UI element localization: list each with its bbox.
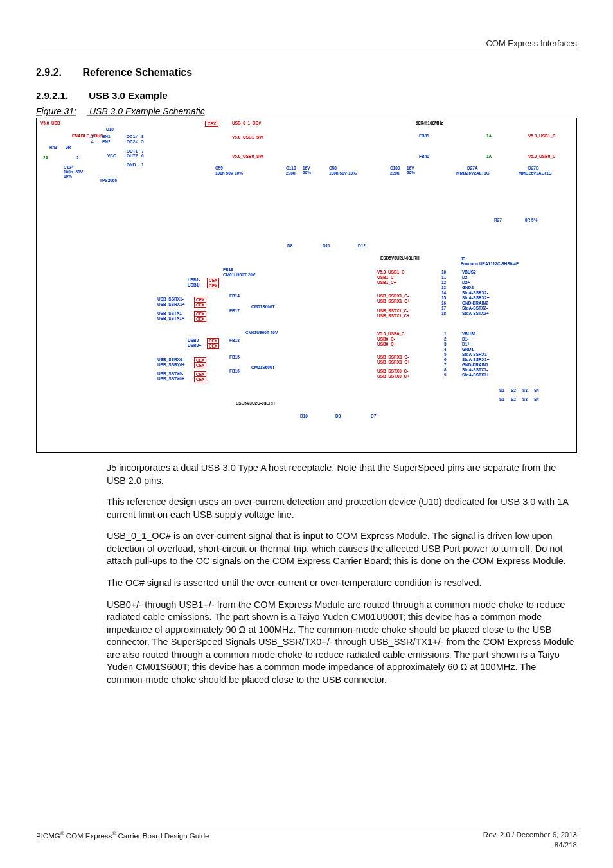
sstx0-neg: USB_SSTX0- (157, 371, 183, 376)
tag-cex-oc: CEX (205, 121, 218, 127)
usb1-pos: USB1+ (188, 283, 201, 287)
j5-s3: S3 (522, 388, 528, 393)
net-usb1-vbus-c: V5.0_USB1_C (377, 270, 405, 274)
esd-top: ESD5V3U2U-03LRH (380, 256, 420, 260)
c124-val: 100n 50V 10% (64, 170, 83, 179)
c58-ref: C58 (329, 166, 337, 170)
ssrx1-pos: USB_SSRX1+ (157, 302, 184, 306)
j5-part: Foxconn UEA1112C-8HS6-4F (461, 261, 519, 266)
figure-title: USB 3.0 Example Schematic (89, 106, 205, 116)
footer-left: PICMG® COM Express® Carrier Board Design… (36, 831, 209, 840)
net-sw0: V5.0_USB0_SW (232, 154, 263, 159)
section-num: 2.9.2. (36, 67, 62, 78)
running-header: COM Express Interfaces (36, 39, 577, 51)
fb15-ref: FB15 (229, 355, 240, 359)
c109-val: 220u (390, 171, 400, 175)
section-title: Reference Schematics (82, 67, 192, 78)
d27a-part: MMBZ6V2ALT1G (456, 171, 490, 175)
j5-s2: S2 (511, 388, 516, 393)
fb13-part: CM01U900T 20V (245, 330, 278, 335)
schematic-diagram: V5.0_USB ENABLE_VBUS R43 0R 2A 2 C124 10… (36, 118, 577, 453)
c124-ref: C124 (64, 165, 74, 170)
fb-spec: 60R@100MHz (416, 121, 443, 125)
subsection-num: 2.9.2.1. (36, 90, 68, 101)
r43-ref: R43 (49, 145, 57, 150)
j5-s1: S1 (499, 388, 504, 393)
net-sw1: V5.0_USB1_SW (232, 135, 263, 139)
fb40-ref: FB40 (419, 154, 429, 159)
u10-ref: U10 (106, 127, 114, 132)
net-enable-vbus: ENABLE_VBUS (72, 134, 103, 138)
net-ssrx0-c-pos: USB_SSRX0_C+ (377, 360, 410, 364)
esd-bot: ESD5V3U2U-03LRH (236, 401, 275, 405)
figure-caption: Figure 31: USB 3.0 Example Schematic (36, 106, 577, 116)
section-2-9-2-1: 2.9.2.1. USB 3.0 Example (36, 90, 577, 101)
fb18-part: CM01U900T 20V (223, 272, 255, 277)
figure-num: Figure 31: (36, 106, 76, 116)
net-usb0-vbus-c: V5.0_USB0_C (377, 332, 405, 336)
c58-val: 100n 50V 10% (329, 171, 357, 175)
para-3: USB_0_1_OC# is an over-current signal th… (107, 530, 577, 568)
d11: D11 (323, 244, 330, 248)
para-1: J5 incorporates a dual USB 3.0 Type A ho… (107, 462, 577, 487)
usb0-neg: USB0- (188, 338, 200, 342)
r43-val: 0R (66, 145, 71, 150)
fb39-ref: FB39 (419, 134, 429, 138)
section-2-9-2: 2.9.2. Reference Schematics (36, 67, 577, 78)
fb15-part: CM01S600T (251, 365, 275, 369)
usb1-neg: USB1- (188, 278, 200, 282)
c110-ref: C110 (286, 166, 296, 170)
ssrx0-pos: USB_SSRX0+ (157, 362, 184, 367)
c109-ref: C109 (390, 166, 400, 170)
net-sstx1-c-pos: USB_SSTX1_C+ (377, 314, 409, 318)
ssrx1-neg: USB_SSRX1- (157, 297, 184, 301)
u10-vcc-spec: 2A (43, 155, 48, 160)
fb40-spec: 1A (486, 154, 492, 159)
j5-s4: S4 (534, 388, 539, 393)
net-sstx1-c-neg: USB_SSTX1_C- (377, 308, 408, 313)
net-usb1-c-pos: USB1_C+ (377, 280, 396, 285)
net-v50-usb: V5.0_USB (40, 121, 60, 125)
j5-ref: J5 (461, 256, 465, 261)
footer-right: Rev. 2.0 / December 6, 2013 (483, 831, 577, 840)
subsection-title: USB 3.0 Example (89, 90, 168, 101)
fb17-ref: FB17 (229, 308, 240, 313)
d8: D8 (287, 244, 292, 248)
net-usb0-c-neg: USB0_C- (377, 337, 395, 341)
para-2: This reference design uses an over-curre… (107, 496, 577, 521)
d10: D10 (300, 414, 308, 418)
u10-part: TPS2066 (100, 178, 117, 182)
net-usb0-c-pos: USB0_C+ (377, 342, 396, 346)
fb18-ref: FB18 (223, 267, 233, 272)
net-sstx0-c-pos: USB_SSTX0_C+ (377, 374, 409, 378)
d27b-ref: D27B (528, 166, 539, 170)
net-ssrx1-c-neg: USB_SSRX1_C- (377, 294, 409, 298)
ssrx0-neg: USB_SSRX0- (157, 357, 184, 362)
fb16-ref: FB16 (229, 369, 240, 373)
fb14-ref: FB14 (229, 294, 240, 298)
fb39-spec: 1A (486, 134, 492, 138)
d7: D7 (371, 414, 376, 418)
c110-ext: 16V 20% (303, 166, 311, 175)
para-5: USB0+/- through USB1+/- from the COM Exp… (107, 599, 577, 687)
net-oc: USB_0_1_OC# (232, 121, 261, 125)
fb13-ref: FB13 (229, 338, 240, 342)
net-sstx0-c-neg: USB_SSTX0_C- (377, 369, 408, 373)
sstx1-pos: USB_SSTX1+ (157, 316, 184, 321)
page-footer: PICMG® COM Express® Carrier Board Design… (36, 829, 577, 849)
para-4: The OC# signal is asserted until the ove… (107, 577, 577, 590)
page-number: 84/218 (36, 841, 577, 849)
fb39-out: V5.0_USB1_C (528, 134, 556, 138)
net-ssrx1-c-pos: USB_SSRX1_C+ (377, 299, 410, 303)
c59-val: 100n 50V 10% (215, 171, 243, 175)
usb0-pos: USB0+ (188, 343, 201, 348)
sstx1-neg: USB_SSTX1- (157, 311, 183, 315)
c109-ext: 16V 20% (407, 166, 415, 175)
fb14-part: CM01S600T (251, 305, 275, 309)
net-usb1-c-neg: USB1_C- (377, 275, 395, 279)
d9: D9 (335, 414, 341, 418)
c110-val: 220u (286, 171, 296, 175)
d27a-ref: D27A (467, 166, 478, 170)
net-ssrx0-c-neg: USB_SSRX0_C- (377, 355, 409, 359)
r27-ref: R27 (494, 218, 502, 222)
